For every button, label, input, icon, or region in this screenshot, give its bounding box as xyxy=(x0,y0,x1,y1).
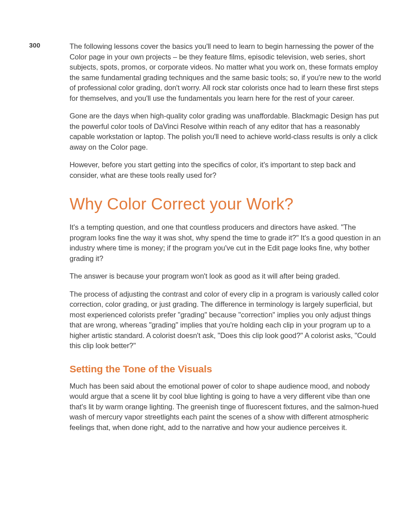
page-number: 300 xyxy=(29,41,41,49)
body-paragraph: The process of adjusting the contrast an… xyxy=(70,289,383,351)
body-paragraph: The following lessons cover the basics y… xyxy=(70,41,383,103)
document-page: 300 The following lessons cover the basi… xyxy=(0,41,420,440)
subsection-heading: Setting the Tone of the Visuals xyxy=(70,364,383,375)
body-paragraph: It's a tempting question, and one that c… xyxy=(70,222,383,264)
page-body: The following lessons cover the basics y… xyxy=(70,41,383,433)
body-paragraph: The answer is because your program won't… xyxy=(70,271,383,282)
body-paragraph: However, before you start getting into t… xyxy=(70,160,383,180)
body-paragraph: Much has been said about the emotional p… xyxy=(70,381,383,433)
body-paragraph: Gone are the days when high-quality colo… xyxy=(70,111,383,152)
section-heading: Why Color Correct your Work? xyxy=(70,195,383,213)
